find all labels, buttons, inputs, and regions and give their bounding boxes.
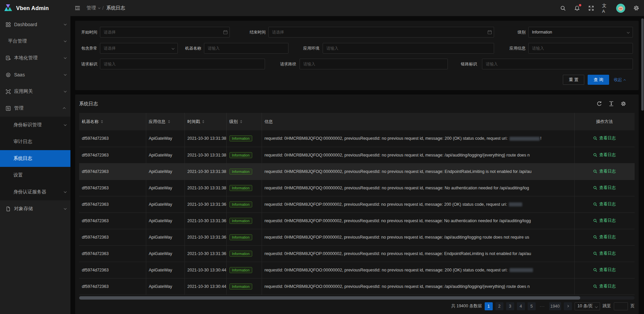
timestamp-cell: 2021-10-30 13:31:38 <box>184 180 226 196</box>
include-exception-select[interactable]: 请选择 <box>100 43 178 54</box>
message-cell: requestId: 0HMCRBM8JQFOP:00000002, previ… <box>262 212 574 229</box>
breadcrumb-section[interactable]: 管理 <box>87 5 100 11</box>
view-log-link[interactable]: 查看日志 <box>593 152 616 158</box>
trace-id-label: 链路标识 <box>455 59 477 69</box>
page-button-1[interactable]: 1 <box>485 302 493 310</box>
view-log-link[interactable]: 查看日志 <box>593 201 616 207</box>
column-header[interactable]: 机器名称 <box>79 113 146 130</box>
sidebar-item-object-storage[interactable]: 对象存储 <box>0 200 70 217</box>
page-button-2[interactable]: 2 <box>495 302 503 310</box>
page-button-1940[interactable]: 1940 <box>549 302 561 310</box>
next-page-button[interactable] <box>564 302 572 310</box>
menu-fold-icon[interactable] <box>72 3 83 13</box>
gateway-icon <box>6 89 11 94</box>
request-path-label: 请求路径 <box>274 59 296 69</box>
level-select[interactable]: Information <box>528 27 633 38</box>
refresh-icon[interactable] <box>596 101 602 107</box>
page-button-3[interactable]: 3 <box>506 302 514 310</box>
translate-icon[interactable]: 文A <box>602 5 608 11</box>
sidebar-item-dashboard[interactable]: Dashboard <box>0 16 70 33</box>
sort-icons[interactable] <box>202 120 204 123</box>
sort-asc-icon <box>101 120 103 121</box>
gear-icon[interactable] <box>621 101 626 107</box>
sort-icons[interactable] <box>240 120 242 123</box>
sidebar-item-identity[interactable]: 身份标识管理 <box>0 117 70 133</box>
svg-text:A: A <box>7 56 9 59</box>
search-icon <box>593 186 597 190</box>
page-button-5[interactable]: 5 <box>528 302 536 310</box>
request-path-input[interactable] <box>300 59 448 69</box>
sidebar-item-platform[interactable]: 平台管理 <box>0 33 70 50</box>
sidebar-item-management[interactable]: 管理 <box>0 100 70 117</box>
page-size-select[interactable]: 10 条/页 <box>575 302 600 310</box>
request-id-input[interactable] <box>100 59 265 69</box>
horizontal-scrollbar <box>79 296 635 300</box>
action-cell: 查看日志 <box>574 196 635 212</box>
sidebar-item-system-logs[interactable]: 系统日志 <box>0 150 70 167</box>
column-label: 应用信息 <box>149 119 166 125</box>
app-environment-input[interactable] <box>323 43 494 54</box>
pagination: 共 19400 条数据 12345···1940 10 条/页 跳至 页 <box>79 302 635 310</box>
view-log-link[interactable]: 查看日志 <box>593 169 616 174</box>
main-content: 开始时间 结束时间 级别 Information 包含异常 请选择 机器名称 应… <box>70 16 644 314</box>
app-info-cell: ApiGateWay <box>146 163 184 180</box>
sidebar-item-label: Dashboard <box>14 22 61 27</box>
view-log-link[interactable]: 查看日志 <box>593 284 616 289</box>
column-label: 时间戳 <box>187 119 200 125</box>
sidebar-item-gateway[interactable]: 应用网关 <box>0 83 70 100</box>
pagination-total: 共 19400 条数据 <box>451 303 482 309</box>
reset-button[interactable]: 重 置 <box>563 75 584 85</box>
timestamp-cell: 2021-10-30 13:31:36 <box>184 245 226 262</box>
action-cell: 查看日志 <box>574 147 635 163</box>
breadcrumb-separator: / <box>102 5 104 11</box>
collapse-link[interactable]: 收起 <box>614 75 626 85</box>
sidebar-item-label: 平台管理 <box>8 38 61 44</box>
page-button-4[interactable]: 4 <box>517 302 525 310</box>
timestamp-cell: 2021-10-30 13:31:36 <box>184 212 226 229</box>
fullscreen-icon[interactable] <box>588 5 594 11</box>
app-info-cell: ApiGateWay <box>146 147 184 163</box>
timestamp-cell: 2021-10-30 13:31:38 <box>184 163 226 180</box>
sidebar-item-settings[interactable]: 设置 <box>0 167 70 184</box>
gear-icon[interactable] <box>633 5 639 11</box>
app-info-input[interactable] <box>528 43 633 54</box>
sort-icons[interactable] <box>101 120 103 123</box>
sort-icons[interactable] <box>168 120 170 123</box>
search-icon[interactable] <box>560 5 566 11</box>
message-cell: requestId: 0HMCRBM8JQFOQ:00000002, previ… <box>262 147 574 163</box>
search-icon <box>593 153 597 157</box>
column-header[interactable]: 应用信息 <box>146 113 184 130</box>
view-log-link[interactable]: 查看日志 <box>593 251 616 256</box>
trace-id-input[interactable] <box>482 59 633 69</box>
timestamp-cell: 2021-10-30 13:31:38 <box>184 147 226 163</box>
horizontal-scrollbar-thumb[interactable] <box>79 296 580 300</box>
end-time-input[interactable] <box>268 27 494 38</box>
search-button[interactable]: 查 询 <box>588 75 609 85</box>
view-log-link[interactable]: 查看日志 <box>593 234 616 240</box>
view-log-link[interactable]: 查看日志 <box>593 267 616 273</box>
jump-page-input[interactable] <box>614 302 628 310</box>
avatar[interactable] <box>616 4 625 13</box>
view-log-link[interactable]: 查看日志 <box>593 185 616 191</box>
sidebar-item-localization[interactable]: A本地化管理 <box>0 50 70 66</box>
sidebar-item-audit-logs[interactable]: 审计日志 <box>0 133 70 150</box>
column-header[interactable]: 级别 <box>226 113 262 130</box>
vertical-scrollbar-thumb[interactable] <box>641 18 644 111</box>
machine-name-input[interactable] <box>204 43 288 54</box>
level-badge: Information <box>229 267 253 273</box>
sidebar: Vben Admin Dashboard平台管理A本地化管理Saas应用网关管理… <box>0 0 70 314</box>
view-log-link[interactable]: 查看日志 <box>593 218 616 224</box>
table-row: df5974d72363ApiGateWay2021-10-30 13:31:3… <box>79 212 635 229</box>
logo[interactable]: Vben Admin <box>0 0 70 16</box>
sidebar-item-saas[interactable]: Saas <box>0 66 70 83</box>
start-time-input[interactable] <box>100 27 230 38</box>
sidebar-item-auth-server[interactable]: 身份认证服务器 <box>0 184 70 200</box>
column-height-icon[interactable] <box>608 101 614 107</box>
chevron-down-icon <box>595 305 597 308</box>
machine-name-cell: df5974d72363 <box>79 212 146 229</box>
level-badge: Information <box>229 234 253 240</box>
view-log-link[interactable]: 查看日志 <box>593 135 616 141</box>
action-cell: 查看日志 <box>574 229 635 245</box>
column-header[interactable]: 时间戳 <box>184 113 226 130</box>
bell-icon[interactable] <box>574 5 580 11</box>
